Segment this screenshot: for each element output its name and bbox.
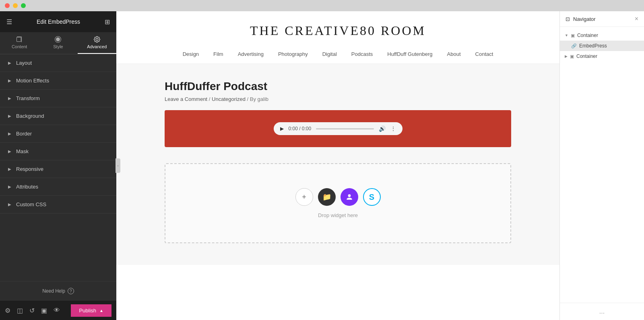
nav-tree-container-2[interactable]: ▶ ▣ Container [560,51,644,62]
section-responsive[interactable]: ▶ Responsive [0,160,116,178]
section-layout-arrow: ▶ [8,61,11,65]
nav-tree-embedpress[interactable]: 🔗 EmbedPress [560,41,644,51]
nav-tree-footer: ... [560,303,644,320]
help-text: Need Help [42,288,65,294]
layers-icon[interactable]: ◫ [17,307,23,314]
post-meta-sep1: / [209,96,212,102]
audio-player-container: ▶ 0:00 / 0:00 🔊 ⋮ [165,110,511,147]
tab-advanced-label: Advanced [87,44,107,49]
history-icon[interactable]: ↺ [29,307,35,314]
section-background-arrow: ▶ [8,114,11,118]
svg-point-0 [348,194,351,197]
nav-photography[interactable]: Photography [278,51,308,57]
nav-design[interactable]: Design [183,51,199,57]
website-frame: THE CREATIVE80 ROOM Design Film Advertis… [116,11,559,320]
sidebar-bottom-bar: ⚙ ◫ ↺ ▣ 👁 Publish ▲ [0,301,116,320]
tab-content-label: Content [12,44,27,49]
audio-progress-bar[interactable] [316,128,374,129]
drop-zone-text: Drop widget here [318,212,358,218]
nav-digital[interactable]: Digital [322,51,337,57]
section-attributes-arrow: ▶ [8,185,11,189]
site-header: THE CREATIVE80 ROOM [116,11,559,46]
section-custom-css-arrow: ▶ [8,202,11,207]
add-widget-button[interactable]: + [295,188,313,206]
post-title: HuffDuffer Podcast [165,80,511,93]
sidebar-collapse-handle[interactable]: ‹ [116,158,120,173]
embedpress-icon: 🔗 [571,43,577,49]
more-options-icon[interactable]: ⋮ [390,125,396,132]
settings-icon[interactable]: ⚙ [5,307,10,314]
section-attributes[interactable]: ▶ Attributes [0,178,116,196]
section-custom-css[interactable]: ▶ Custom CSS [0,196,116,213]
close-button[interactable] [5,3,10,8]
navigator-close-icon[interactable]: × [635,15,638,23]
section-background-label: Background [16,113,44,119]
preview-icon[interactable]: 👁 [54,307,60,314]
section-transform-arrow: ▶ [8,96,11,101]
site-nav: Design Film Advertising Photography Digi… [116,46,559,64]
sidebar-title: Edit EmbedPress [37,18,80,25]
section-custom-css-label: Custom CSS [16,201,46,207]
nav-huffduff[interactable]: HuffDuff Gutenberg [387,51,432,57]
nav-tree-container-2-label: Container [576,53,597,59]
publish-label: Publish [79,308,96,314]
navigator-icon: ⊡ [566,16,570,22]
navigator-title-text: Navigator [573,16,596,22]
post-meta-sep2: / [247,96,250,102]
tab-content[interactable]: Content [0,32,39,54]
section-transform[interactable]: ▶ Transform [0,90,116,107]
section-mask[interactable]: ▶ Mask [0,143,116,160]
responsive-icon[interactable]: ▣ [41,307,47,314]
section-border[interactable]: ▶ Border [0,125,116,143]
post-meta-category[interactable]: Uncategorized [212,96,246,102]
publish-chevron-icon: ▲ [99,308,103,313]
tree-arrow-2-icon: ▶ [565,54,568,58]
section-border-arrow: ▶ [8,131,11,136]
nav-film[interactable]: Film [213,51,223,57]
main-content: THE CREATIVE80 ROOM Design Film Advertis… [116,11,559,320]
nav-advertising[interactable]: Advertising [238,51,264,57]
play-icon[interactable]: ▶ [280,126,284,131]
section-motion-label: Motion Effects [16,78,49,84]
site-title: THE CREATIVE80 ROOM [124,23,551,38]
app-layout: ☰ Edit EmbedPress ⊞ Content Style Advanc… [0,11,644,320]
maximize-button[interactable] [21,3,26,8]
tree-arrow-icon: ▼ [565,33,568,37]
audio-time: 0:00 / 0:00 [289,126,312,131]
embed-button[interactable] [341,188,358,206]
tab-style-label: Style [53,44,63,49]
nav-tree-container-1-label: Container [577,33,598,38]
sidebar-footer: Need Help ? [0,281,116,301]
section-motion-arrow: ▶ [8,78,11,83]
sidebar-header: ☰ Edit EmbedPress ⊞ [0,11,116,32]
navigator-header: ⊡ Navigator × [560,11,644,27]
skype-button[interactable]: S [363,188,381,206]
nav-podcasts[interactable]: Podcasts [351,51,373,57]
sidebar: ☰ Edit EmbedPress ⊞ Content Style Advanc… [0,11,116,320]
help-icon[interactable]: ? [68,288,74,294]
tab-style[interactable]: Style [39,32,77,54]
post-meta-comment[interactable]: Leave a Comment [165,96,207,102]
minimize-button[interactable] [13,3,18,8]
nav-tree-embedpress-label: EmbedPress [579,43,607,49]
section-background[interactable]: ▶ Background [0,107,116,125]
navigator-title: ⊡ Navigator [566,16,596,22]
hamburger-icon[interactable]: ☰ [6,18,12,26]
nav-tree-container-1[interactable]: ▼ ▣ Container [560,30,644,41]
nav-about[interactable]: About [447,51,461,57]
section-attributes-label: Attributes [16,184,38,190]
volume-icon[interactable]: 🔊 [379,125,386,132]
site-content: HuffDuffer Podcast Leave a Comment / Unc… [116,64,559,265]
nav-contact[interactable]: Contact [475,51,493,57]
section-layout[interactable]: ▶ Layout [0,54,116,72]
publish-button[interactable]: Publish ▲ [71,304,111,317]
nav-tree: ▼ ▣ Container 🔗 EmbedPress ▶ ▣ Container [560,27,644,303]
folder-button[interactable]: 📁 [318,188,336,206]
section-motion-effects[interactable]: ▶ Motion Effects [0,72,116,90]
grid-icon[interactable]: ⊞ [105,18,110,26]
tab-advanced[interactable]: Advanced [78,32,116,54]
section-transform-label: Transform [16,95,40,101]
audio-player[interactable]: ▶ 0:00 / 0:00 🔊 ⋮ [274,122,402,135]
container-2-icon: ▣ [570,54,574,59]
section-layout-label: Layout [16,60,32,66]
